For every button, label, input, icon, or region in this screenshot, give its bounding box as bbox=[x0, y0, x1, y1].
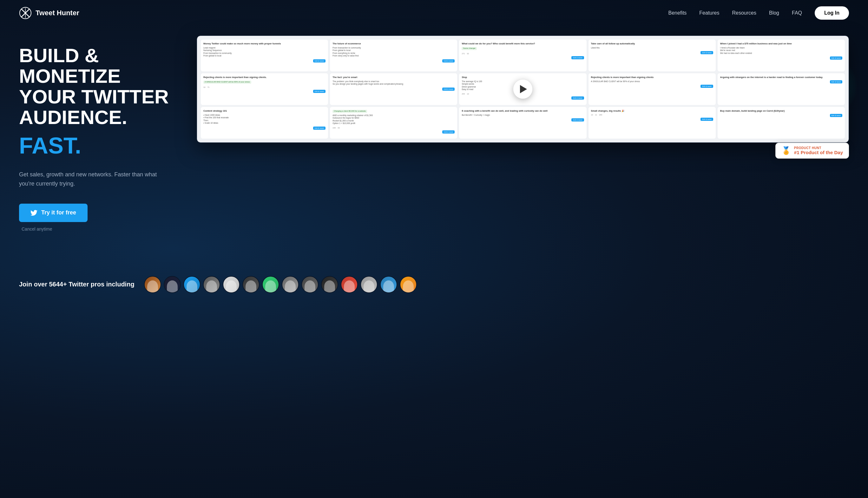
tweet-card: Charging a client $5,000 for a website A… bbox=[330, 107, 457, 139]
avatar-12 bbox=[360, 276, 378, 293]
navigation: Tweet Hunter Benefits Features Resources… bbox=[0, 0, 868, 26]
tweet-card: The future of ecommerce From transaction… bbox=[330, 40, 457, 71]
edit-tweet-btn[interactable]: Edit & tweet bbox=[571, 56, 584, 59]
tweet-card: Take care of all follow up automatically… bbox=[589, 40, 716, 71]
tweet-card: What could we do for you? Who could bene… bbox=[459, 40, 586, 71]
hero-fast-word: FAST. bbox=[19, 133, 184, 159]
ph-title: #1 Product of the Day bbox=[794, 150, 843, 155]
nav-features[interactable]: Features bbox=[699, 10, 719, 16]
logo[interactable]: Tweet Hunter bbox=[19, 6, 79, 19]
tweet-card: Rejecting clients is more important than… bbox=[201, 73, 328, 105]
avatar-9 bbox=[301, 276, 318, 293]
ph-label: PRODUCT HUNT bbox=[794, 146, 843, 150]
avatar-10 bbox=[321, 276, 338, 293]
social-proof-text: Join over 5644+ Twitter pros including bbox=[19, 281, 134, 288]
edit-tweet-btn[interactable]: Edit & tweet bbox=[313, 90, 326, 93]
logo-icon bbox=[19, 6, 32, 19]
cancel-anytime: Cancel anytime bbox=[22, 226, 52, 232]
avatar-13 bbox=[380, 276, 397, 293]
avatar-11 bbox=[341, 276, 358, 293]
edit-tweet-btn[interactable]: Edit & tweet bbox=[830, 114, 842, 117]
nav-benefits[interactable]: Benefits bbox=[669, 10, 687, 16]
nav-links: Benefits Features Resources Blog FAQ Log… bbox=[669, 6, 849, 19]
social-proof-section: Join over 5644+ Twitter pros including bbox=[0, 251, 868, 306]
nav-blog[interactable]: Blog bbox=[769, 10, 779, 16]
tweet-card: Money Twitter could make so much more mo… bbox=[201, 40, 328, 71]
nav-resources[interactable]: Resources bbox=[732, 10, 756, 16]
nav-faq[interactable]: FAQ bbox=[792, 10, 802, 16]
avatar-14 bbox=[400, 276, 417, 293]
edit-tweet-btn[interactable]: Edit & tweet bbox=[700, 51, 713, 54]
edit-tweet-btn[interactable]: Edit & tweet bbox=[442, 130, 455, 133]
hero-subtext: Get sales, growth and new networks. Fast… bbox=[19, 170, 159, 188]
avatar-4 bbox=[203, 276, 220, 293]
tweet-card: The fact: you're smart The problem: you … bbox=[330, 73, 457, 105]
login-button[interactable]: Log In bbox=[815, 6, 849, 19]
avatar-3 bbox=[183, 276, 200, 293]
edit-tweet-btn[interactable]: Edit & tweet bbox=[313, 59, 326, 63]
video-preview[interactable]: Money Twitter could make so much more mo… bbox=[197, 36, 849, 143]
medal-icon: 🏅 bbox=[781, 146, 791, 155]
avatar-8 bbox=[282, 276, 299, 293]
edit-tweet-btn[interactable]: Edit & tweet bbox=[830, 56, 842, 60]
logo-text: Tweet Hunter bbox=[36, 9, 79, 17]
avatar-7 bbox=[262, 276, 279, 293]
avatar-2 bbox=[164, 276, 181, 293]
twitter-bird-icon bbox=[30, 209, 37, 216]
edit-tweet-btn[interactable]: Edit & tweet bbox=[700, 118, 713, 121]
tweet-card: 6 coaching with a benefit can do well, a… bbox=[459, 107, 586, 139]
hero-section: BUILD & MONETIZE YOUR TWITTER AUDIENCE. … bbox=[0, 26, 868, 251]
tweet-card: Arguing with strangers on the internet i… bbox=[718, 73, 845, 105]
tweet-card: Small changes, big results 🎉 1311180 Edi… bbox=[589, 107, 716, 139]
edit-tweet-btn[interactable]: Edit & tweet bbox=[442, 88, 455, 91]
edit-tweet-btn[interactable]: Edit & tweet bbox=[313, 127, 326, 130]
product-hunt-badge[interactable]: 🏅 PRODUCT HUNT #1 Product of the Day bbox=[775, 143, 849, 159]
hero-right: Money Twitter could make so much more mo… bbox=[197, 36, 849, 143]
edit-tweet-btn[interactable]: Edit & tweet bbox=[571, 96, 584, 100]
cta-button[interactable]: Try it for free bbox=[19, 204, 88, 222]
tweet-card: Rejecting clients is more important than… bbox=[589, 73, 716, 105]
cta-area: Try it for free Cancel anytime bbox=[19, 204, 184, 232]
avatar-1 bbox=[144, 276, 161, 293]
edit-tweet-btn[interactable]: Edit & tweet bbox=[830, 80, 842, 83]
avatars-row bbox=[144, 276, 417, 293]
hero-heading: BUILD & MONETIZE YOUR TWITTER AUDIENCE. bbox=[19, 45, 184, 128]
edit-tweet-btn[interactable]: Edit & tweet bbox=[571, 118, 584, 121]
edit-tweet-btn[interactable]: Edit & tweet bbox=[442, 59, 455, 63]
tweet-card: Buy main domain, build landing page on C… bbox=[718, 107, 845, 139]
play-button[interactable] bbox=[513, 80, 532, 99]
ph-text: PRODUCT HUNT #1 Product of the Day bbox=[794, 146, 843, 155]
tweet-card: Content strategy 101 • Have 1000 ideas• … bbox=[201, 107, 328, 139]
hero-left: BUILD & MONETIZE YOUR TWITTER AUDIENCE. … bbox=[19, 39, 184, 232]
tweet-card: When I joined I had a $75 million busine… bbox=[718, 40, 845, 71]
avatar-5 bbox=[223, 276, 240, 293]
edit-tweet-btn[interactable]: Edit & tweet bbox=[700, 85, 713, 88]
avatar-6 bbox=[242, 276, 260, 293]
play-triangle-icon bbox=[520, 85, 527, 93]
